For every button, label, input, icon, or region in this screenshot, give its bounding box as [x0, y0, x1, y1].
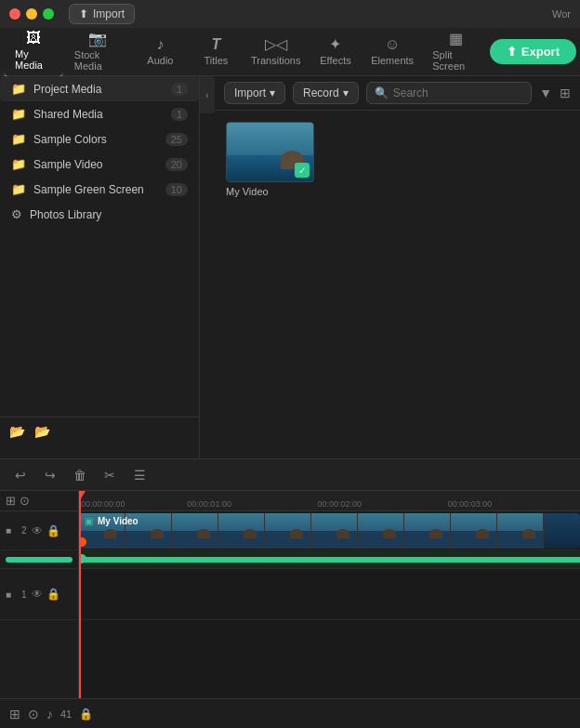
sidebar-item-sample-video[interactable]: 📁 Sample Video 20	[0, 152, 199, 177]
import-media-button[interactable]: Import ▾	[224, 82, 285, 104]
clip-frame-3	[172, 513, 218, 549]
folder-icon-4: 📁	[11, 157, 26, 171]
green-audio-track-row	[79, 550, 580, 569]
green-bar-ctrl	[6, 557, 72, 563]
tab-transitions[interactable]: ▷◁ Transitions	[244, 32, 308, 72]
sidebar-item-photos-library[interactable]: ⚙ Photos Library	[0, 202, 199, 227]
import-media-label: Import	[234, 86, 266, 99]
track-1-icons: 👁 🔒	[32, 588, 60, 601]
clip-type-icon: ▣	[85, 516, 93, 526]
link-icon[interactable]: ⊙	[20, 494, 30, 508]
record-button[interactable]: Record ▾	[293, 82, 359, 104]
time-marker-1: 00:00:01:00	[187, 499, 231, 509]
delete-button[interactable]: 🗑	[69, 464, 91, 486]
time-marker-0: 00:00:00:00	[81, 499, 125, 509]
clip-frame-10	[497, 513, 544, 549]
search-box[interactable]: 🔍	[366, 82, 532, 104]
clip-frame-5	[265, 513, 311, 549]
import-label: Import	[93, 7, 125, 20]
clip-frame-9	[451, 513, 497, 549]
clip-frame-7	[358, 513, 404, 549]
main-area: 📁 Project Media 1 📁 Shared Media 1 📁 Sam…	[0, 76, 580, 458]
sidebar-item-sample-colors[interactable]: 📁 Sample Colors 25	[0, 126, 199, 152]
tab-titles-label: Titles	[204, 55, 228, 66]
folder-icon-3: 📁	[11, 132, 26, 146]
gear-icon: ⚙	[11, 207, 22, 221]
tab-effects-label: Effects	[320, 55, 350, 66]
bottom-link-icon[interactable]: ⊙	[28, 707, 39, 721]
sidebar-label-shared-media: Shared Media	[33, 108, 164, 121]
thumb-check: ✓	[295, 163, 310, 178]
search-icon: 🔍	[375, 86, 389, 99]
add-track-icon[interactable]: ⊞	[6, 494, 16, 508]
tab-titles[interactable]: T Titles	[188, 32, 244, 72]
tab-my-media[interactable]: 🖼 My Media	[4, 25, 63, 78]
nav-tabs: 🖼 My Media 📷 Stock Media ♪ Audio T Title…	[0, 28, 580, 76]
search-input[interactable]	[393, 86, 523, 99]
tab-stock-media-label: Stock Media	[74, 49, 122, 72]
folder-icon-5: 📁	[11, 182, 26, 196]
tab-stock-media[interactable]: 📷 Stock Media	[63, 26, 133, 77]
filter-icon[interactable]: ▼	[539, 86, 552, 100]
sidebar-item-sample-green-screen[interactable]: 📁 Sample Green Screen 10	[0, 177, 199, 202]
tab-split-screen[interactable]: ▦ Split Screen	[421, 26, 490, 77]
track-1-row	[79, 569, 580, 620]
tab-effects[interactable]: ✦ Effects	[308, 32, 363, 72]
close-button[interactable]	[9, 8, 20, 20]
sidebar-label-project-media: Project Media	[33, 83, 164, 96]
media-item-my-video[interactable]: ✓ My Video	[226, 122, 314, 197]
redo-button[interactable]: ↪	[39, 464, 61, 486]
add-media-icon[interactable]: ⊞	[9, 707, 20, 721]
sidebar-count-sample-video: 20	[165, 158, 188, 171]
titlebar: ⬆ Import Wor	[0, 0, 580, 28]
timeline-tracks: 00:00:00:00 00:00:01:00 00:00:02:00 00:0…	[79, 491, 580, 698]
track-2-lock-icon[interactable]: 🔒	[46, 524, 60, 537]
track-1-num: 1	[21, 589, 27, 600]
clip-frame-4	[218, 513, 265, 549]
bottom-volume-icon[interactable]: ♪	[46, 707, 53, 721]
folder-icon: 📁	[11, 82, 26, 96]
maximize-button[interactable]	[43, 8, 54, 20]
track-2-icons: 👁 🔒	[32, 524, 60, 537]
tab-elements[interactable]: ☺ Elements	[363, 32, 421, 72]
sidebar-item-project-media[interactable]: 📁 Project Media 1	[0, 76, 199, 101]
folder-icon-2: 📁	[11, 107, 26, 121]
track-2-eye-icon[interactable]: 👁	[32, 524, 43, 537]
sidebar-collapse-arrow[interactable]: ‹	[200, 76, 215, 113]
media-toolbar: Import ▾ Record ▾ 🔍 ▼ ⊞	[215, 76, 580, 111]
track-1-lock-icon[interactable]: 🔒	[46, 588, 60, 601]
remove-folder-icon[interactable]: 📂	[34, 424, 50, 439]
import-button[interactable]: ⬆ Import	[69, 4, 135, 24]
clip-frame-6	[311, 513, 358, 549]
stock-media-icon: 📷	[88, 32, 107, 46]
effects-icon: ✦	[329, 37, 341, 52]
track-1-eye-icon[interactable]: 👁	[32, 588, 43, 601]
sidebar: 📁 Project Media 1 📁 Shared Media 1 📁 Sam…	[0, 76, 200, 458]
timeline-toolbar: ↩ ↪ 🗑 ✂ ☰	[0, 459, 580, 491]
my-media-icon: 🖼	[26, 31, 41, 46]
bottom-controls: ⊞ ⊙ ♪ 41 🔒	[0, 698, 580, 728]
bottom-volume-label: 41	[60, 708, 72, 720]
sidebar-label-photos-library: Photos Library	[30, 208, 188, 221]
track-ctrl-ruler-spacer: ⊞ ⊙	[0, 491, 78, 511]
track-controls: ⊞ ⊙ ■ 2 👁 🔒 ■ 1 👁	[0, 491, 79, 698]
tab-transitions-label: Transitions	[251, 55, 300, 66]
grid-icon[interactable]: ⊞	[560, 86, 571, 100]
playhead	[79, 491, 81, 698]
clip-frame-8	[404, 513, 451, 549]
video-clip[interactable]: ▣ My Video	[79, 513, 580, 549]
time-marker-2: 00:00:02:00	[317, 499, 362, 509]
cut-button[interactable]: ✂	[99, 464, 121, 486]
track-2-row: ▣ My Video	[79, 511, 580, 550]
sidebar-count-sample-colors: 25	[165, 133, 188, 146]
minimize-button[interactable]	[26, 8, 37, 20]
track-2-num: 2	[21, 525, 27, 536]
undo-button[interactable]: ↩	[9, 464, 32, 486]
list-button[interactable]: ☰	[128, 464, 151, 486]
export-button[interactable]: ⬆ Export	[490, 39, 576, 64]
bottom-lock-icon[interactable]: 🔒	[79, 708, 93, 721]
sidebar-item-shared-media[interactable]: 📁 Shared Media 1	[0, 101, 199, 126]
tab-audio[interactable]: ♪ Audio	[132, 32, 188, 72]
add-folder-icon[interactable]: 📂	[9, 424, 25, 439]
tab-split-screen-label: Split Screen	[432, 49, 479, 72]
